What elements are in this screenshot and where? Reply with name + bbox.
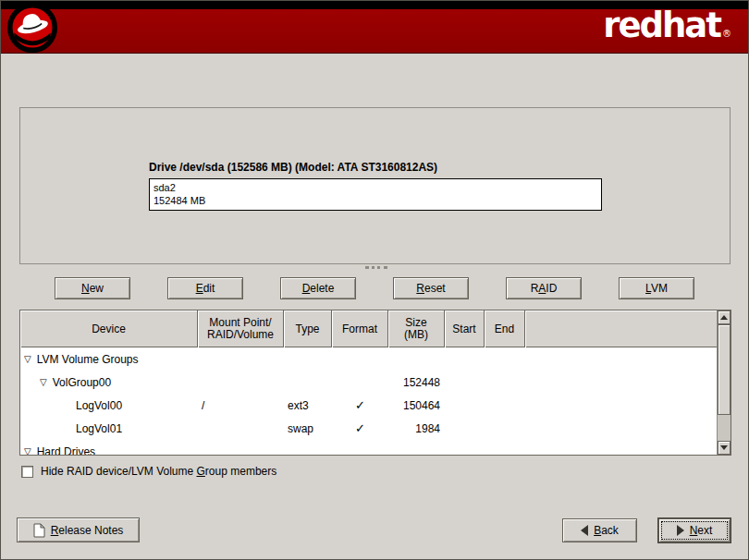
reset-button-label: Reset bbox=[416, 282, 445, 295]
table-row-logvol00[interactable]: LogVol00 / ext3 ✓ 150464 bbox=[20, 394, 717, 417]
table-row-logvol01[interactable]: LogVol01 swap ✓ 1984 bbox=[20, 417, 717, 440]
vertical-scrollbar[interactable] bbox=[717, 310, 731, 455]
drive-visualization-panel: Drive /dev/sda (152586 MB) (Model: ATA S… bbox=[19, 107, 731, 264]
device-label: VolGroup00 bbox=[53, 376, 111, 389]
drive-title: Drive /dev/sda (152586 MB) (Model: ATA S… bbox=[149, 161, 437, 174]
column-header-end[interactable]: End bbox=[485, 310, 525, 347]
registered-mark: ® bbox=[722, 29, 731, 39]
lvm-button[interactable]: LVM bbox=[619, 277, 694, 299]
table-row-hard-drives[interactable]: ▽ Hard Drives bbox=[20, 440, 717, 455]
type-cell: swap bbox=[284, 422, 332, 435]
format-checkmark: ✓ bbox=[332, 421, 388, 435]
device-label: LVM Volume Groups bbox=[37, 353, 139, 366]
column-header-size[interactable]: Size (MB) bbox=[388, 310, 445, 347]
brand-text: redhat bbox=[603, 6, 720, 45]
release-notes-button[interactable]: Release Notes bbox=[17, 517, 140, 542]
new-button[interactable]: New bbox=[55, 277, 130, 299]
lvm-button-label: LVM bbox=[645, 282, 668, 295]
expander-icon[interactable]: ▽ bbox=[24, 355, 31, 364]
format-checkmark: ✓ bbox=[332, 398, 388, 412]
table-row-volgroup00[interactable]: ▽ VolGroup00 152448 bbox=[20, 371, 717, 394]
partition-toolbar: New Edit Delete Reset RAID LVM bbox=[55, 277, 694, 299]
table-header: Device Mount Point/ RAID/Volume Type For… bbox=[20, 310, 717, 347]
scrollbar-track[interactable] bbox=[718, 415, 731, 441]
column-header-filler bbox=[525, 310, 717, 347]
next-button[interactable]: Next bbox=[658, 518, 731, 542]
raid-button[interactable]: RAID bbox=[506, 277, 582, 299]
column-header-type[interactable]: Type bbox=[284, 310, 332, 347]
edit-button[interactable]: Edit bbox=[167, 277, 243, 299]
expander-icon[interactable]: ▽ bbox=[24, 447, 31, 456]
mount-cell: / bbox=[198, 399, 284, 412]
delete-button-label: Delete bbox=[302, 282, 335, 295]
scroll-up-button[interactable] bbox=[718, 310, 731, 324]
scrollbar-thumb[interactable] bbox=[718, 324, 731, 415]
up-arrow-icon bbox=[720, 315, 728, 320]
back-button-label: Back bbox=[594, 524, 619, 537]
size-cell: 1984 bbox=[388, 422, 445, 435]
column-header-mount-point[interactable]: Mount Point/ RAID/Volume bbox=[198, 310, 284, 347]
delete-button[interactable]: Delete bbox=[280, 277, 356, 299]
column-header-format[interactable]: Format bbox=[332, 310, 388, 347]
next-arrow-icon bbox=[677, 525, 684, 536]
redhat-shadowman-logo bbox=[6, 2, 58, 54]
next-button-label: Next bbox=[690, 524, 713, 537]
hide-members-label[interactable]: Hide RAID device/LVM Volume Group member… bbox=[41, 465, 276, 478]
column-header-start[interactable]: Start bbox=[445, 310, 485, 347]
new-button-label: New bbox=[81, 282, 104, 295]
back-button[interactable]: Back bbox=[562, 518, 637, 542]
installer-window: redhat® Drive /dev/sda (152586 MB) (Mode… bbox=[0, 0, 749, 560]
expander-icon[interactable]: ▽ bbox=[40, 378, 47, 387]
device-label: LogVol00 bbox=[76, 399, 122, 412]
partition-label: sda2 bbox=[153, 181, 597, 194]
scroll-down-button[interactable] bbox=[718, 441, 731, 455]
size-cell: 152448 bbox=[388, 376, 445, 389]
raid-button-label: RAID bbox=[531, 282, 558, 295]
hide-members-checkbox[interactable] bbox=[21, 466, 33, 478]
size-cell: 150464 bbox=[388, 399, 445, 412]
partition-sda2[interactable]: sda2 152484 MB bbox=[149, 178, 602, 211]
partition-table: Device Mount Point/ RAID/Volume Type For… bbox=[19, 310, 731, 456]
header-bar: redhat® bbox=[1, 1, 749, 54]
down-arrow-icon bbox=[720, 445, 728, 450]
type-cell: ext3 bbox=[284, 399, 332, 412]
pane-splitter-grip[interactable] bbox=[365, 266, 387, 271]
table-row-lvm-volume-groups[interactable]: ▽ LVM Volume Groups bbox=[20, 347, 717, 371]
partition-size: 152484 MB bbox=[153, 194, 597, 207]
back-arrow-icon bbox=[581, 525, 588, 536]
device-label: LogVol01 bbox=[76, 422, 122, 435]
reset-button[interactable]: Reset bbox=[393, 277, 469, 299]
edit-button-label: Edit bbox=[196, 282, 215, 295]
release-notes-label: Release Notes bbox=[51, 524, 124, 537]
table-body: ▽ LVM Volume Groups ▽ VolGroup00 bbox=[20, 347, 717, 455]
device-label: Hard Drives bbox=[37, 445, 95, 456]
redhat-logotype: redhat® bbox=[603, 7, 731, 53]
column-header-device[interactable]: Device bbox=[20, 310, 198, 347]
hide-members-option: Hide RAID device/LVM Volume Group member… bbox=[21, 464, 276, 479]
release-notes-icon bbox=[33, 523, 45, 538]
